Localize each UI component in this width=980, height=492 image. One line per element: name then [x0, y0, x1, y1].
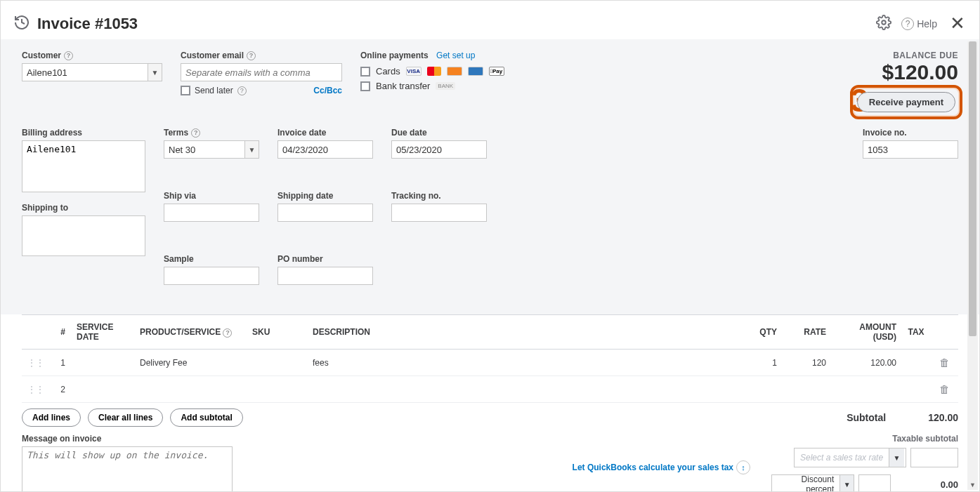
swap-icon: ↕	[736, 460, 750, 474]
col-description: DESCRIPTION	[307, 315, 740, 350]
drag-handle-icon[interactable]: ⋮⋮	[27, 358, 44, 368]
help-icon: ?	[901, 18, 914, 30]
row-num: 1	[50, 350, 71, 376]
chevron-down-icon: ▼	[148, 64, 162, 81]
add-subtotal-button[interactable]: Add subtotal	[170, 408, 242, 427]
help-button[interactable]: ? Help	[901, 18, 940, 30]
invoice-no-input[interactable]	[863, 140, 958, 159]
cards-label: Cards	[376, 66, 400, 77]
cell-service-date[interactable]	[71, 376, 134, 403]
cell-amount[interactable]: 120.00	[832, 350, 902, 376]
email-label: Customer email?	[181, 51, 342, 60]
billing-address-input[interactable]: Ailene101	[22, 140, 145, 192]
due-date-input[interactable]	[391, 140, 487, 159]
history-icon[interactable]	[13, 14, 30, 33]
help-icon[interactable]: ?	[247, 51, 256, 60]
sample-input[interactable]	[164, 267, 259, 285]
sales-tax-placeholder: Select a sales tax rate	[795, 453, 889, 463]
help-icon[interactable]: ?	[237, 86, 247, 95]
cell-sku[interactable]	[247, 376, 307, 403]
scroll-down-icon[interactable]: ▼	[967, 479, 978, 490]
shipping-date-input[interactable]	[277, 204, 373, 222]
help-icon[interactable]: ?	[191, 128, 200, 138]
trash-icon[interactable]: 🗑	[939, 383, 950, 395]
balance-due-label: BALANCE DUE	[882, 51, 958, 60]
send-later-checkbox[interactable]: Send later ?	[181, 86, 247, 95]
discount-label: Discount percent	[772, 474, 839, 492]
receive-payment-button[interactable]: Receive payment	[857, 92, 955, 112]
bank-label: Bank transfer	[376, 81, 430, 91]
cell-description[interactable]: fees	[307, 350, 740, 376]
col-num: #	[50, 315, 71, 350]
customer-select-value: Ailene101	[27, 67, 67, 78]
cell-qty[interactable]: 1	[740, 350, 783, 376]
shipping-to-label: Shipping to	[22, 203, 145, 213]
calc-tax-link[interactable]: Let QuickBooks calculate your sales tax …	[573, 460, 750, 474]
bank-badge-icon: BANK	[436, 82, 455, 90]
balance-due-value: $120.00	[882, 60, 958, 84]
cell-rate[interactable]: 120	[783, 350, 832, 376]
cell-product[interactable]: Delivery Fee	[134, 350, 247, 376]
cell-sku[interactable]	[247, 350, 307, 376]
bank-checkbox[interactable]: Bank transfer BANK	[360, 81, 536, 91]
po-number-input[interactable]	[277, 267, 373, 285]
table-row[interactable]: ⋮⋮ 2 🗑	[22, 376, 958, 403]
apple-pay-icon: Pay	[489, 67, 504, 76]
ship-via-label: Ship via	[164, 191, 259, 201]
sales-tax-input[interactable]	[910, 448, 958, 467]
ship-via-input[interactable]	[164, 204, 259, 222]
sales-tax-select[interactable]: Select a sales tax rate ▼	[794, 448, 906, 467]
shipping-date-label: Shipping date	[277, 191, 373, 201]
cell-product[interactable]	[134, 376, 247, 403]
discount-select[interactable]: Discount percent ▼	[771, 474, 854, 492]
ccbcc-link[interactable]: Cc/Bcc	[313, 86, 342, 95]
message-label: Message on invoice	[22, 434, 233, 444]
row-num: 2	[50, 376, 71, 403]
help-icon[interactable]: ?	[223, 328, 232, 338]
col-product: PRODUCT/SERVICE ?	[134, 315, 247, 350]
terms-select[interactable]: Net 30 ▼	[164, 140, 259, 159]
add-lines-button[interactable]: Add lines	[22, 408, 81, 427]
cell-tax[interactable]	[902, 350, 930, 376]
clear-lines-button[interactable]: Clear all lines	[88, 408, 163, 427]
discover-icon	[447, 67, 462, 76]
drag-handle-icon[interactable]: ⋮⋮	[27, 385, 44, 394]
tracking-no-input[interactable]	[391, 204, 487, 222]
cell-description[interactable]	[307, 376, 740, 403]
cards-checkbox[interactable]: Cards VISA Pay	[360, 66, 536, 77]
cell-tax[interactable]	[902, 376, 930, 403]
cell-service-date[interactable]	[71, 350, 134, 376]
vertical-scrollbar[interactable]: ▲ ▼	[967, 41, 978, 490]
annotation-highlight: Receive payment	[850, 85, 962, 119]
email-input[interactable]	[181, 63, 342, 81]
cell-qty[interactable]	[740, 376, 783, 403]
cell-rate[interactable]	[783, 376, 832, 403]
help-icon[interactable]: ?	[64, 51, 73, 60]
invoice-date-label: Invoice date	[277, 128, 373, 138]
line-items-table: # SERVICE DATE PRODUCT/SERVICE ? SKU DES…	[22, 314, 958, 403]
customer-select[interactable]: Ailene101 ▼	[22, 63, 162, 81]
invoice-date-input[interactable]	[277, 140, 373, 159]
gear-icon[interactable]	[876, 15, 891, 32]
shipping-to-input[interactable]	[22, 215, 145, 256]
cell-amount[interactable]	[832, 376, 902, 403]
tracking-no-label: Tracking no.	[391, 191, 487, 201]
discount-input[interactable]	[858, 474, 891, 492]
mastercard-icon	[427, 67, 441, 76]
subtotal-label: Subtotal	[847, 412, 886, 423]
due-date-label: Due date	[391, 128, 487, 138]
customer-label: Customer?	[22, 51, 162, 60]
message-input[interactable]	[22, 446, 233, 492]
terms-select-value: Net 30	[169, 145, 195, 155]
po-number-label: PO number	[277, 254, 373, 264]
help-label: Help	[917, 18, 937, 29]
col-amount: AMOUNT (USD)	[832, 315, 902, 350]
table-row[interactable]: ⋮⋮ 1 Delivery Fee fees 1 120 120.00 🗑	[22, 350, 958, 376]
checkbox-icon	[360, 67, 370, 77]
trash-icon[interactable]: 🗑	[939, 357, 950, 368]
subtotal-value: 120.00	[928, 412, 958, 423]
scrollbar-thumb[interactable]	[969, 41, 976, 336]
get-set-up-link[interactable]: Get set up	[436, 51, 475, 60]
col-tax: TAX	[902, 315, 930, 350]
close-icon[interactable]: ✕	[950, 13, 965, 34]
